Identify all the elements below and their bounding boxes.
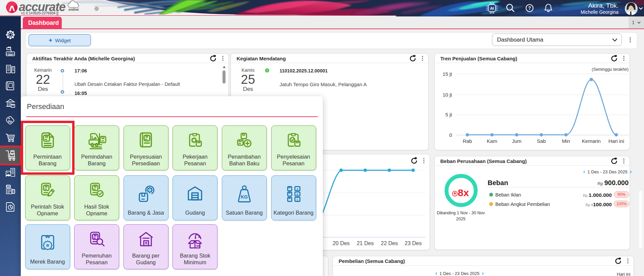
- svg-text:23 Des: 23 Des: [405, 240, 422, 246]
- svg-text:5 jt: 5 jt: [445, 112, 452, 117]
- svg-text:10 jt: 10 jt: [443, 92, 452, 98]
- svg-text:Kemarin: Kemarin: [582, 138, 601, 144]
- svg-text:Sab: Sab: [537, 138, 546, 144]
- svg-text:20 Des: 20 Des: [333, 240, 350, 246]
- svg-text:(Seminggu terakhir): (Seminggu terakhir): [592, 67, 629, 72]
- svg-text:Jum: Jum: [512, 138, 521, 144]
- svg-text:Hari ini: Hari ini: [608, 138, 624, 144]
- svg-text:?: ?: [528, 5, 531, 11]
- svg-text:TAX: TAX: [6, 185, 10, 187]
- svg-text:Min: Min: [562, 138, 570, 144]
- svg-text:Rp: Rp: [8, 120, 12, 123]
- svg-text:Michelle Georgina: Michelle Georgina: [581, 9, 618, 15]
- svg-text:Akira, Tbk.: Akira, Tbk.: [588, 2, 618, 9]
- svg-text:v1.0.1#3520-2276934 []: v1.0.1#3520-2276934 []: [21, 11, 58, 15]
- svg-text:22 Des: 22 Des: [381, 240, 398, 246]
- svg-text:Kam: Kam: [487, 138, 497, 144]
- svg-text:Rab: Rab: [463, 138, 472, 144]
- svg-text:15 jt: 15 jt: [443, 71, 452, 77]
- svg-text:21 Des: 21 Des: [357, 240, 374, 246]
- svg-text:AI: AI: [490, 6, 494, 10]
- svg-text:0: 0: [449, 132, 452, 138]
- svg-text:online: online: [68, 7, 79, 11]
